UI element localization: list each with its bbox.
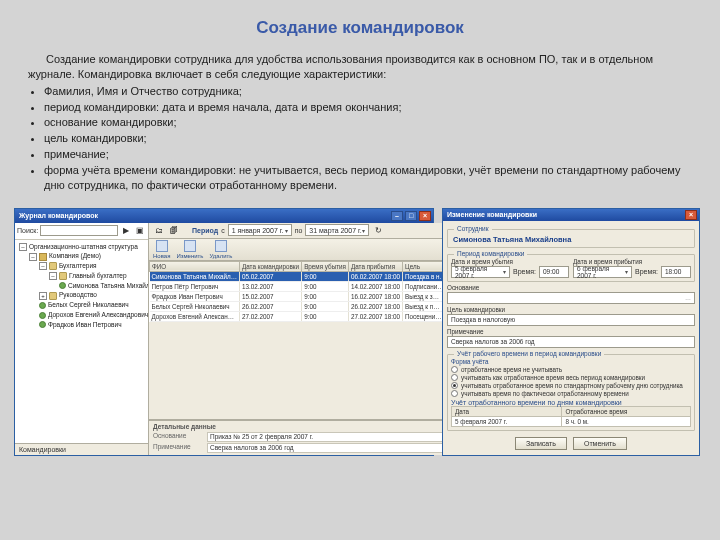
goal-input[interactable]: Поездка в налоговую [447,314,695,326]
person-icon [39,302,46,309]
close-button[interactable]: × [685,210,697,220]
table-cell: Фрадков Иван Петрович [150,291,240,301]
table-cell: 06.02.2007 18:00 [348,271,402,281]
table-cell: 14.02.2007 18:00 [348,281,402,291]
tree-company[interactable]: Компания (Демо) [49,252,101,259]
minimize-button[interactable]: – [391,211,403,221]
close-button[interactable]: × [419,211,431,221]
table-row[interactable]: Белых Сергей Николаевич26.02.20079:0026.… [150,301,449,311]
arrive-date-input[interactable]: 6 февраля 2007 г.▾ [573,266,632,278]
period-to-label: по [295,227,303,234]
edit-icon [184,240,196,252]
arrive-time-input[interactable]: 18:00 [661,266,691,278]
table-cell: 9:00 [302,301,349,311]
accounting-radio[interactable]: учитывать отработанное время по стандарт… [451,382,691,389]
tree-dept[interactable]: Руководство [59,291,97,298]
depart-date-input[interactable]: 5 февраля 2007 г.▾ [451,266,510,278]
tool-icon[interactable]: 🗐 [168,224,180,236]
intro-bullet: форма учёта времени командировки: не учи… [44,163,692,193]
accounting-group-label: Учёт рабочего времени в период командиро… [454,350,604,357]
tree-tab[interactable]: Командировки [15,443,148,455]
tree-role[interactable]: Главный бухгалтер [69,272,127,279]
tree-employee[interactable]: Симонова Татьяна Михайловна [68,282,148,289]
tree-collapse-icon[interactable]: – [49,272,57,280]
edit-trip-window: Изменение командировки × Сотрудник Симон… [442,208,700,456]
basis-input[interactable]: … [447,292,695,304]
details-panel: Детальные данные ОснованиеПриказ № 25 от… [149,420,449,455]
tree-dept[interactable]: Бухгалтерия [59,262,97,269]
tool-icon[interactable]: 🗂 [153,224,165,236]
table-cell: 9:00 [302,291,349,301]
intro-block: Создание командировки сотрудника для удо… [0,38,720,202]
radio-icon[interactable] [451,382,458,389]
radio-label: учитывать как отработанное время весь пе… [461,374,645,381]
tree-expand-icon[interactable]: + [39,292,47,300]
tree-employee[interactable]: Фрадков Иван Петрович [48,321,122,328]
period-from-input[interactable]: 1 января 2007 г.▾ [228,224,292,236]
intro-bullet: примечание; [44,147,692,162]
edit-titlebar[interactable]: Изменение командировки × [443,209,699,221]
new-icon [156,240,168,252]
table-cell: 9:00 [302,281,349,291]
table-cell: 27.02.2007 [239,311,301,321]
tree-collapse-icon[interactable]: – [39,262,47,270]
table-cell: 26.02.2007 18:00 [348,301,402,311]
new-button[interactable]: Новая [153,240,170,259]
maximize-button[interactable]: □ [405,211,417,221]
edit-button[interactable]: Изменить [176,240,203,259]
search-go-icon[interactable]: ▶ [120,225,132,237]
table-cell: 13.02.2007 [239,281,301,291]
org-tree[interactable]: –Организационно-штатная структура –Компа… [15,240,148,443]
search-input[interactable] [40,225,118,236]
cancel-button[interactable]: Отменить [573,437,627,450]
tree-root[interactable]: Организационно-штатная структура [29,243,138,250]
radio-icon[interactable] [451,390,458,397]
search-clear-icon[interactable]: ▣ [134,225,146,237]
note-label: Примечание [447,328,695,335]
dropdown-icon[interactable]: ▾ [285,227,288,234]
period-group-label: Период командировки [454,250,527,257]
accounting-radio[interactable]: учитывать как отработанное время весь пе… [451,374,691,381]
dropdown-icon[interactable]: ▾ [503,268,506,275]
period-to-input[interactable]: 31 марта 2007 г.▾ [305,224,369,236]
table-row[interactable]: Симонова Татьяна Михайл…05.02.20079:0006… [150,271,449,281]
table-row[interactable]: Дорохов Евгений Алексан…27.02.20079:0027… [150,311,449,321]
radio-icon[interactable] [451,374,458,381]
intro-bullet: Фамилия, Имя и Отчество сотрудника; [44,84,692,99]
org-tree-panel: Поиск: ▶ ▣ –Организационно-штатная струк… [15,223,149,455]
save-button[interactable]: Записать [515,437,567,450]
employee-name: Симонова Татьяна Михайловна [451,233,691,244]
grid-column-header[interactable]: Дата командировки [239,261,301,271]
grid-column-header[interactable]: Дата прибытия [348,261,402,271]
radio-icon[interactable] [451,366,458,373]
delete-button[interactable]: Удалить [209,240,232,259]
table-row[interactable]: Фрадков Иван Петрович15.02.20079:0016.02… [150,291,449,301]
tree-collapse-icon[interactable]: – [19,243,27,251]
tree-collapse-icon[interactable]: – [29,253,37,261]
dropdown-icon[interactable]: ▾ [362,227,365,234]
grid-column-header[interactable]: ФИО [150,261,240,271]
trips-grid[interactable]: ФИОДата командировкиВремя убытияДата при… [149,261,449,322]
tree-employee[interactable]: Дорохов Евгений Александрович [48,311,148,318]
basis-label: Основание [153,432,203,442]
person-icon [39,321,46,328]
accounting-radio[interactable]: учитывать время по фактически отработанн… [451,390,691,397]
time-label: Время: [513,268,536,275]
company-icon [39,253,47,261]
delete-icon [215,240,227,252]
table-cell: 26.02.2007 [239,301,301,311]
refresh-icon[interactable]: ↻ [372,224,384,236]
table-row[interactable]: Петров Пётр Петрович13.02.20079:0014.02.… [150,281,449,291]
dropdown-icon[interactable]: ▾ [625,268,628,275]
accounting-radio[interactable]: отработанное время не учитывать [451,366,691,373]
depart-time-input[interactable]: 09:00 [539,266,569,278]
table-cell: Дорохов Евгений Алексан… [150,311,240,321]
note-input[interactable]: Сверка налогов за 2006 год [447,336,695,348]
journal-titlebar[interactable]: Журнал командировок – □ × [15,209,433,223]
basis-label: Основание [447,284,695,291]
radio-label: учитывать время по фактически отработанн… [461,390,629,397]
person-icon [59,282,66,289]
dropdown-icon[interactable]: … [685,295,691,301]
tree-employee[interactable]: Белых Сергей Николаевич [48,301,129,308]
grid-column-header[interactable]: Время убытия [302,261,349,271]
